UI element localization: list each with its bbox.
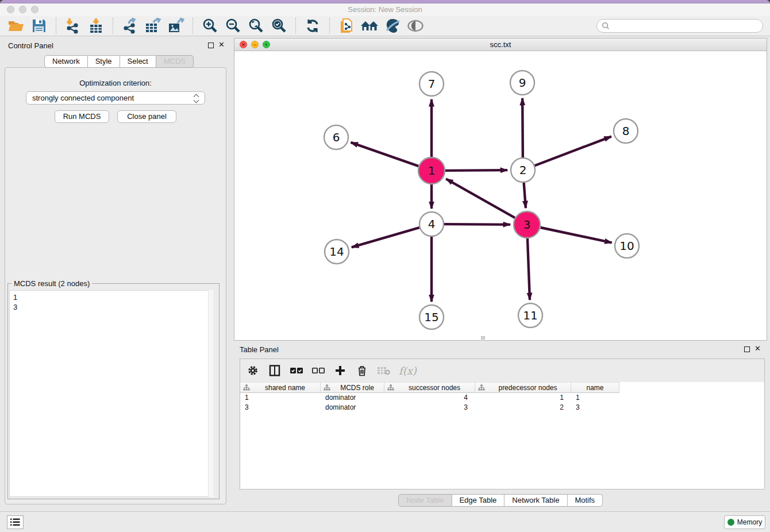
column-header-predecessor-nodes[interactable]: predecessor nodes bbox=[475, 382, 571, 393]
zoom-out-icon[interactable] bbox=[222, 17, 243, 34]
run-mcds-button[interactable]: Run MCDS bbox=[55, 110, 109, 123]
delete-table-icon[interactable] bbox=[377, 364, 391, 377]
node-table-container: f(x) shared name MCDS role successor nod… bbox=[240, 358, 765, 489]
float-table-panel-icon[interactable] bbox=[744, 346, 750, 352]
graph-edge-1-6[interactable] bbox=[351, 142, 418, 166]
control-panel: Control Panel ✕ Network Style Select MCD… bbox=[0, 36, 232, 511]
save-session-icon[interactable] bbox=[29, 17, 49, 34]
close-table-panel-icon[interactable]: ✕ bbox=[754, 344, 761, 353]
list-icon bbox=[10, 518, 20, 526]
network-titlebar: ✕ − + scc.txt bbox=[234, 38, 767, 51]
zoom-fit-icon[interactable] bbox=[245, 17, 266, 34]
zoom-selected-icon[interactable] bbox=[268, 17, 289, 34]
graph-node-label-15: 15 bbox=[424, 310, 438, 324]
table-cell[interactable]: 3 bbox=[384, 403, 475, 413]
toolbar-separator bbox=[329, 18, 330, 34]
table-cell[interactable]: 4 bbox=[384, 393, 475, 403]
memory-button[interactable]: Memory bbox=[724, 515, 765, 529]
column-header-shared-name[interactable]: shared name bbox=[240, 382, 321, 393]
graph-edge-2-8[interactable] bbox=[535, 137, 611, 166]
eye-icon[interactable] bbox=[405, 17, 426, 34]
column-header-name[interactable]: name bbox=[571, 382, 619, 393]
column-header-successor-nodes[interactable]: successor nodes bbox=[384, 382, 475, 393]
mcds-result-title: MCDS result (2 nodes) bbox=[11, 279, 92, 288]
graph-node-label-3: 3 bbox=[523, 218, 531, 232]
mcds-result-text[interactable]: 1 3 bbox=[9, 290, 213, 497]
tab-network-table[interactable]: Network Table bbox=[505, 494, 567, 507]
close-panel-button[interactable]: Close panel bbox=[117, 110, 176, 123]
function-builder-icon[interactable]: f(x) bbox=[399, 365, 417, 377]
close-panel-icon[interactable]: ✕ bbox=[218, 40, 225, 49]
table-cell[interactable]: 1 bbox=[475, 393, 571, 403]
gear-icon[interactable] bbox=[246, 364, 260, 377]
annotation-icon[interactable] bbox=[336, 17, 357, 34]
tab-motifs[interactable]: Motifs bbox=[567, 494, 603, 507]
tab-edge-table[interactable]: Edge Table bbox=[452, 494, 505, 507]
table-cell[interactable]: 1 bbox=[571, 393, 619, 403]
zoom-in-icon[interactable] bbox=[199, 17, 220, 34]
result-scrollbar[interactable] bbox=[208, 290, 213, 497]
table-row[interactable]: 1dominator411 bbox=[240, 393, 764, 403]
search-input[interactable] bbox=[610, 21, 763, 31]
graph-node-label-14: 14 bbox=[329, 245, 344, 259]
export-network-icon[interactable] bbox=[120, 17, 140, 34]
splitter-handle[interactable] bbox=[481, 336, 485, 340]
import-network-icon[interactable] bbox=[63, 17, 83, 34]
add-icon[interactable] bbox=[333, 364, 347, 377]
graph-node-label-8: 8 bbox=[622, 124, 630, 138]
tab-mcds[interactable]: MCDS bbox=[156, 55, 194, 68]
export-table-icon[interactable] bbox=[143, 17, 163, 34]
mcds-result-group: MCDS result (2 nodes) 1 3 bbox=[7, 283, 220, 499]
app-window: Session: New Session bbox=[0, 0, 770, 532]
table-header: shared name MCDS role successor nodes pr… bbox=[240, 382, 619, 393]
network-canvas[interactable]: 7968124314101511 bbox=[234, 51, 767, 340]
table-row[interactable]: 3dominator323 bbox=[240, 403, 764, 413]
tab-select[interactable]: Select bbox=[120, 55, 156, 68]
graph-edge-1-2[interactable] bbox=[445, 170, 507, 171]
graph-edge-2-9[interactable] bbox=[522, 98, 523, 157]
tab-style[interactable]: Style bbox=[88, 55, 120, 68]
table-cell[interactable]: 3 bbox=[240, 403, 321, 413]
refresh-icon[interactable] bbox=[302, 17, 323, 34]
graph-node-label-2: 2 bbox=[519, 163, 527, 177]
graph-edge-4-14[interactable] bbox=[352, 228, 419, 247]
graph-edge-3-10[interactable] bbox=[540, 228, 611, 242]
graph-node-label-6: 6 bbox=[333, 130, 340, 144]
export-image-icon[interactable] bbox=[165, 17, 186, 34]
tab-node-table[interactable]: Node Table bbox=[398, 494, 452, 507]
graph-edge-4-3[interactable] bbox=[444, 224, 510, 225]
graph-edge-2-3[interactable] bbox=[524, 183, 526, 208]
tab-network[interactable]: Network bbox=[44, 55, 88, 68]
hide-style-icon[interactable] bbox=[382, 17, 403, 34]
graph-node-label-4: 4 bbox=[428, 217, 436, 231]
table-cell[interactable]: 2 bbox=[475, 403, 571, 413]
task-history-button[interactable] bbox=[7, 515, 24, 529]
table-cell[interactable]: 1 bbox=[240, 393, 321, 403]
import-table-icon[interactable] bbox=[86, 17, 106, 34]
graph-node-label-1: 1 bbox=[428, 164, 436, 178]
graph-node-label-11: 11 bbox=[523, 309, 537, 322]
column-header-mcds-role[interactable]: MCDS role bbox=[321, 382, 384, 393]
select-all-icon[interactable] bbox=[290, 364, 303, 377]
table-panel: Table Panel ✕ bbox=[234, 342, 767, 510]
search-box[interactable] bbox=[596, 19, 763, 33]
hierarchy-icon bbox=[387, 384, 394, 391]
graph-node-label-10: 10 bbox=[619, 239, 634, 253]
table-cell[interactable]: 3 bbox=[571, 403, 619, 413]
criterion-select[interactable]: strongly connected component bbox=[26, 91, 205, 105]
toolbar-separator bbox=[113, 18, 113, 34]
table-cell[interactable]: dominator bbox=[321, 393, 384, 403]
titlebar: Session: New Session bbox=[0, 3, 770, 16]
delete-icon[interactable] bbox=[355, 364, 369, 377]
table-cell[interactable]: dominator bbox=[321, 403, 384, 413]
graph-edge-3-11[interactable] bbox=[528, 238, 530, 300]
table-tabs: Node Table Edge Table Network Table Moti… bbox=[398, 494, 603, 507]
hierarchy-icon bbox=[324, 384, 330, 391]
home-icon[interactable] bbox=[359, 17, 380, 34]
column-selector-icon[interactable] bbox=[268, 364, 282, 377]
open-session-icon[interactable] bbox=[6, 17, 26, 34]
float-panel-icon[interactable] bbox=[208, 43, 214, 48]
graph-edge-3-1[interactable] bbox=[446, 179, 515, 218]
deselect-all-icon[interactable] bbox=[311, 364, 325, 377]
search-icon bbox=[602, 22, 610, 30]
